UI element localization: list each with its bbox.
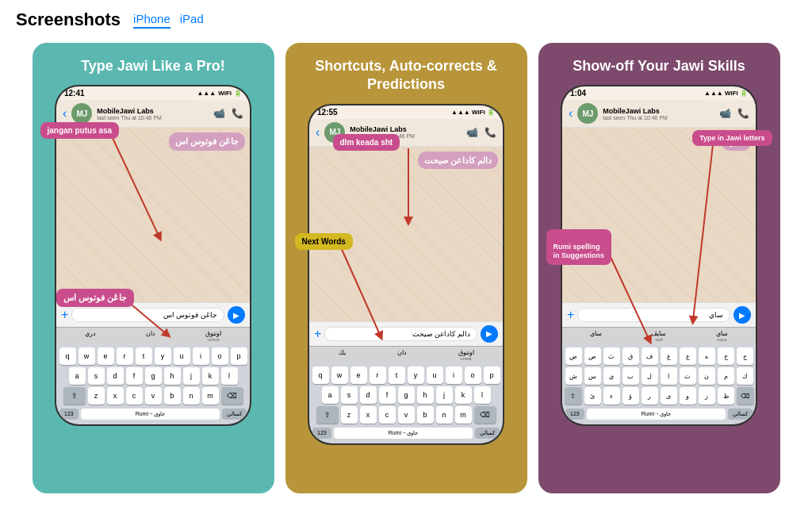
avatar-3: MJ bbox=[577, 103, 598, 124]
suggestion-bar-1: دري دان اونتوق untuk bbox=[56, 327, 250, 344]
suggestion-bar-2: يڬ دان اونتوق untuk bbox=[309, 346, 503, 363]
wa-header-3: ‹ MJ MobileJawi Labs last seen Thu at 10… bbox=[562, 100, 756, 128]
input-field-3[interactable]: ساي bbox=[577, 308, 730, 322]
card-3: Show-off Your Jawi Skills Type in Jawi l… bbox=[538, 43, 780, 493]
chat-area-1: جاڠن فوتوس اس bbox=[56, 128, 250, 302]
kb-bottom-1: 123 Rumi→جاوي كمبالي bbox=[58, 407, 248, 421]
card-1-title: Type Jawi Like a Pro! bbox=[81, 57, 225, 75]
tab-iphone[interactable]: iPhone bbox=[133, 12, 170, 29]
tab-bar: iPhone iPad bbox=[133, 12, 204, 29]
card-2-annotation-1: dlm keada sht bbox=[333, 134, 400, 151]
card-3-annotation-2: Rumi spelling in Suggestions bbox=[546, 229, 612, 265]
chat-area-3: ساي bbox=[562, 128, 756, 302]
status-bar-1: 12:41 ▲▲▲ WiFi 🔋 bbox=[56, 86, 250, 100]
card-1-annotation-2: جاڠن فوتوس اس bbox=[56, 289, 134, 307]
kb-123-1[interactable]: 123 bbox=[59, 409, 79, 420]
card-3-title: Show-off Your Jawi Skills bbox=[573, 57, 745, 75]
kb-bottom-2: 123 Rumi→جاوي كمبالي bbox=[311, 426, 501, 440]
input-bar-3[interactable]: + ساي ▶ bbox=[562, 302, 756, 327]
plus-icon-2[interactable]: + bbox=[314, 327, 321, 341]
send-button-3[interactable]: ▶ bbox=[733, 306, 751, 324]
keyboard-2: qw er ty ui op as df gh jk l ⇧ bbox=[309, 363, 503, 443]
status-bar-2: 12:55 ▲▲▲ WiFi 🔋 bbox=[309, 105, 503, 119]
input-field-1[interactable]: جاڠن فوتوس اس bbox=[71, 308, 224, 322]
plus-icon-1[interactable]: + bbox=[61, 308, 68, 322]
status-bar-3: 1:04 ▲▲▲ WiFi 🔋 bbox=[562, 86, 756, 100]
suggestion-bar-3: ساي سايڤ saif ساي saya bbox=[562, 327, 756, 344]
tab-ipad[interactable]: iPad bbox=[180, 12, 204, 29]
kb-space-2[interactable]: Rumi→جاوي bbox=[334, 428, 473, 439]
kb-return-2[interactable]: كمبالي bbox=[475, 428, 500, 439]
input-bar-2[interactable]: + دالم كاداعن صيحت ▶ bbox=[309, 321, 503, 346]
avatar-1: MJ bbox=[71, 103, 92, 124]
card-2: Shortcuts, Auto-corrects & Predictions d… bbox=[285, 43, 527, 493]
kb-123-2[interactable]: 123 bbox=[312, 428, 331, 439]
send-button-2[interactable]: ▶ bbox=[481, 325, 498, 343]
page-container: Screenshots iPhone iPad Type Jawi Like a… bbox=[0, 0, 812, 503]
bubble-sent-1: جاڠن فوتوس اس bbox=[169, 132, 245, 150]
card-2-phone: 12:55 ▲▲▲ WiFi 🔋 ‹ MJ MobileJawi Labs la… bbox=[308, 104, 504, 445]
input-field-2[interactable]: دالم كاداعن صيحت bbox=[324, 327, 477, 341]
kb-space-3[interactable]: Rumi→جاوي bbox=[587, 409, 726, 420]
kb-return-3[interactable]: كمبالي bbox=[728, 409, 753, 420]
keyboard-1: qw er ty ui op as df gh jk l ⇧ bbox=[56, 344, 250, 424]
card-2-annotation-2: Next Words bbox=[295, 233, 353, 250]
kb-123-3[interactable]: 123 bbox=[565, 409, 584, 420]
header: Screenshots iPhone iPad bbox=[16, 10, 796, 30]
page-title: Screenshots bbox=[16, 10, 121, 30]
kb-bottom-3: 123 Rumi→جاوي كمبالي bbox=[564, 407, 754, 421]
kb-space-1[interactable]: Rumi→جاوي bbox=[81, 409, 220, 420]
card-3-annotation-1: Type in Jawi letters bbox=[692, 130, 772, 146]
card-2-title: Shortcuts, Auto-corrects & Predictions bbox=[297, 57, 516, 94]
screenshots-row: Type Jawi Like a Pro! jangan putus asa ج… bbox=[16, 43, 796, 493]
keyboard-3: ض ص ث ق ف غ ع ه خ ح ش س ي bbox=[562, 344, 756, 424]
card-1: Type Jawi Like a Pro! jangan putus asa ج… bbox=[33, 43, 274, 493]
status-icons-1: ▲▲▲ WiFi 🔋 bbox=[197, 90, 242, 97]
send-button-1[interactable]: ▶ bbox=[228, 306, 245, 324]
plus-icon-3[interactable]: + bbox=[567, 308, 574, 322]
kb-return-1[interactable]: كمبالي bbox=[222, 409, 247, 420]
card-1-annotation-1: jangan putus asa bbox=[40, 122, 120, 139]
bubble-sent-2: دالم كاداعن صيحت bbox=[418, 152, 498, 169]
